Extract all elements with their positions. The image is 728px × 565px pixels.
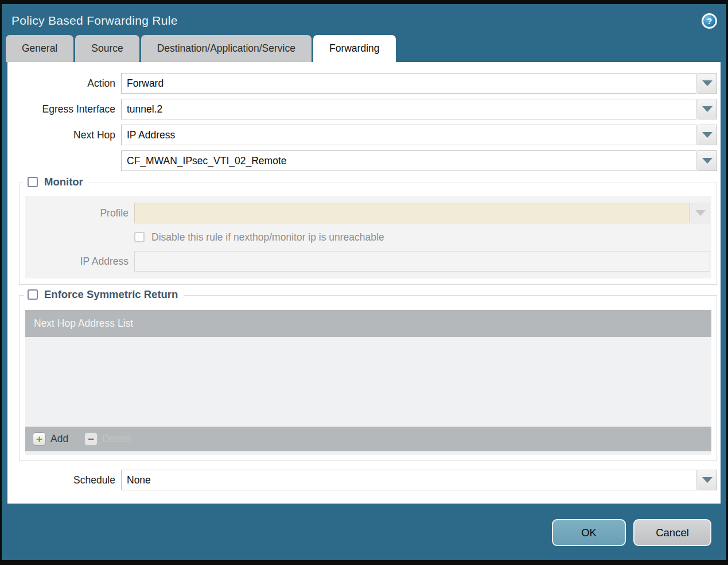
next-hop-row: Next Hop IP Address xyxy=(7,125,717,145)
add-button[interactable]: + Add xyxy=(33,432,68,446)
forwarding-tab-panel: Action Forward Egress Interface tunnel.2… xyxy=(7,62,721,504)
chevron-down-icon xyxy=(702,106,713,112)
disable-rule-checkbox xyxy=(134,232,145,242)
titlebar: Policy Based Forwarding Rule ? xyxy=(2,4,726,35)
next-hop-address-select[interactable]: CF_MWAN_IPsec_VTI_02_Remote xyxy=(121,150,696,171)
minus-icon: − xyxy=(84,432,98,446)
enforce-symmetric-return-title: Enforce Symmetric Return xyxy=(44,288,178,301)
next-hop-address-dropdown-button[interactable] xyxy=(698,150,717,171)
ok-button[interactable]: OK xyxy=(552,519,626,546)
egress-interface-dropdown-button[interactable] xyxy=(698,99,717,119)
next-hop-type-dropdown-button[interactable] xyxy=(698,125,717,145)
egress-interface-select[interactable]: tunnel.2 xyxy=(121,99,696,119)
action-select[interactable]: Forward xyxy=(121,73,696,94)
disable-rule-row: Disable this rule if nexthop/monitor ip … xyxy=(134,229,710,245)
schedule-label: Schedule xyxy=(7,474,121,486)
next-hop-label: Next Hop xyxy=(7,129,121,141)
monitor-legend: Monitor xyxy=(24,176,89,188)
next-hop-address-list-body xyxy=(25,337,711,427)
tab-destination-application-service[interactable]: Destination/Application/Service xyxy=(141,35,312,62)
policy-based-forwarding-dialog: Policy Based Forwarding Rule ? General S… xyxy=(0,0,728,565)
schedule-dropdown-button[interactable] xyxy=(698,470,717,490)
delete-button-label: Delete xyxy=(102,433,131,445)
next-hop-address-row: CF_MWAN_IPsec_VTI_02_Remote xyxy=(7,150,717,171)
schedule-select[interactable]: None xyxy=(121,470,696,490)
chevron-down-icon xyxy=(702,80,713,86)
monitor-title: Monitor xyxy=(44,176,83,188)
monitor-section: Monitor Profile Disable this rule if nex… xyxy=(19,183,717,285)
schedule-row: Schedule None xyxy=(7,470,717,490)
monitor-profile-dropdown-button xyxy=(691,203,710,223)
next-hop-address-list-table: Next Hop Address List + Add − Delete xyxy=(25,310,711,455)
next-hop-address-list-toolbar: + Add − Delete xyxy=(25,427,711,451)
monitor-profile-label: Profile xyxy=(25,207,134,219)
next-hop-address-list-header: Next Hop Address List xyxy=(25,310,711,337)
egress-interface-label: Egress Interface xyxy=(7,103,121,115)
tab-forwarding[interactable]: Forwarding xyxy=(313,35,396,62)
chevron-down-icon xyxy=(695,210,706,216)
tab-source[interactable]: Source xyxy=(75,35,139,62)
monitor-ip-row: IP Address xyxy=(25,251,710,272)
cancel-button[interactable]: Cancel xyxy=(633,519,711,546)
dialog-footer: OK Cancel xyxy=(2,504,726,546)
next-hop-type-select[interactable]: IP Address xyxy=(121,125,696,145)
enforce-symmetric-return-section: Enforce Symmetric Return Next Hop Addres… xyxy=(19,295,717,461)
tab-general[interactable]: General xyxy=(6,35,73,62)
enforce-symmetric-return-checkbox[interactable] xyxy=(28,289,38,300)
help-icon[interactable]: ? xyxy=(702,13,717,29)
delete-button: − Delete xyxy=(84,432,131,446)
add-button-label: Add xyxy=(50,433,68,445)
chevron-down-icon xyxy=(702,158,713,164)
disable-rule-label: Disable this rule if nexthop/monitor ip … xyxy=(151,231,384,243)
chevron-down-icon xyxy=(702,477,713,483)
enforce-symmetric-return-legend: Enforce Symmetric Return xyxy=(24,288,184,301)
plus-icon: + xyxy=(33,432,46,446)
monitor-ip-input xyxy=(134,251,710,272)
action-row: Action Forward xyxy=(7,73,717,94)
tab-bar: General Source Destination/Application/S… xyxy=(2,35,726,62)
action-dropdown-button[interactable] xyxy=(698,73,717,94)
monitor-ip-label: IP Address xyxy=(25,256,134,268)
page-title: Policy Based Forwarding Rule xyxy=(11,14,178,28)
monitor-profile-row: Profile xyxy=(25,203,710,223)
chevron-down-icon xyxy=(702,132,713,138)
monitor-profile-select xyxy=(134,203,690,223)
monitor-checkbox[interactable] xyxy=(28,177,38,187)
monitor-fields: Profile Disable this rule if nexthop/mon… xyxy=(25,196,711,278)
action-label: Action xyxy=(7,78,121,90)
table-bottom-strip xyxy=(25,451,711,455)
egress-interface-row: Egress Interface tunnel.2 xyxy=(7,99,717,119)
